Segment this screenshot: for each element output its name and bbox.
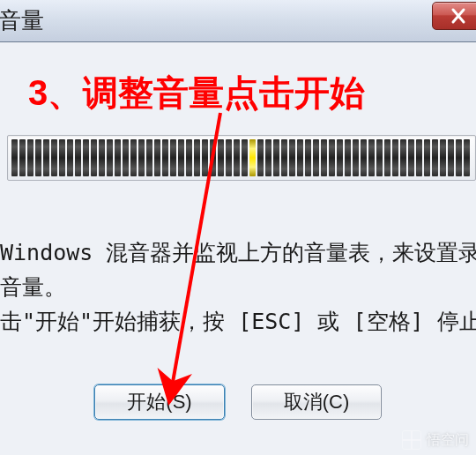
- meter-tick: [384, 139, 390, 176]
- instruction-text: Windows 混音器并监视上方的音量表，来设置录 音量。 击"开始"开始捕获，…: [0, 236, 476, 339]
- meter-tick: [11, 139, 18, 176]
- meter-tick: [242, 139, 248, 176]
- meter-tick: [35, 139, 41, 176]
- meter-tick: [123, 139, 129, 176]
- meter-tick: [234, 139, 240, 176]
- meter-tick: [202, 139, 208, 176]
- meter-tick: [257, 139, 264, 176]
- meter-tick: [281, 139, 287, 176]
- meter-tick: [51, 139, 57, 176]
- dialog-content: 3、调整音量点击开始 Windows 混音器并监视上方的音量表，来设置录 音量。…: [0, 42, 476, 455]
- watermark: 悟空问: [402, 430, 469, 450]
- meter-tick: [249, 139, 256, 176]
- meter-tick: [321, 139, 327, 176]
- meter-tick: [59, 139, 65, 176]
- close-icon: [450, 6, 474, 26]
- meter-tick: [154, 139, 160, 176]
- meter-tick: [400, 139, 406, 176]
- meter-tick: [424, 139, 430, 176]
- start-button[interactable]: 开始(S): [94, 384, 225, 420]
- meter-tick: [456, 139, 462, 176]
- meter-tick: [337, 139, 343, 176]
- annotation-text: 3、调整音量点击开始: [28, 69, 365, 117]
- watermark-logo-icon: [402, 430, 421, 450]
- meter-tick: [115, 139, 121, 176]
- meter-tick: [265, 139, 271, 176]
- meter-tick: [273, 139, 279, 176]
- close-button[interactable]: [432, 2, 476, 30]
- meter-tick: [146, 139, 152, 176]
- meter-tick: [345, 139, 351, 176]
- meter-tick: [226, 139, 232, 176]
- meter-tick: [178, 139, 184, 176]
- button-row: 开始(S) 取消(C): [0, 384, 476, 420]
- meter-tick: [432, 139, 438, 176]
- meter-tick: [313, 139, 319, 176]
- meter-tick: [91, 139, 97, 176]
- meter-tick: [353, 139, 359, 176]
- volume-meter-container: [7, 135, 476, 181]
- meter-tick: [368, 139, 375, 176]
- meter-tick: [107, 139, 113, 176]
- meter-tick: [67, 139, 73, 176]
- meter-tick: [297, 139, 303, 176]
- meter-tick: [289, 139, 295, 176]
- meter-tick: [464, 139, 470, 176]
- meter-tick: [392, 139, 398, 176]
- window-title: 音量: [0, 5, 44, 36]
- titlebar: 音量: [0, 0, 476, 42]
- meter-tick: [75, 139, 81, 176]
- meter-tick: [440, 139, 446, 176]
- meter-tick: [130, 139, 137, 176]
- meter-tick: [305, 139, 311, 176]
- meter-tick: [170, 139, 176, 176]
- meter-tick: [27, 139, 33, 176]
- watermark-text: 悟空问: [427, 431, 469, 450]
- meter-tick: [210, 139, 216, 176]
- meter-tick: [194, 139, 200, 176]
- meter-tick: [186, 139, 192, 176]
- meter-tick: [361, 139, 367, 176]
- meter-tick: [408, 139, 414, 176]
- meter-tick: [19, 139, 26, 176]
- cancel-button[interactable]: 取消(C): [251, 384, 382, 420]
- meter-tick: [416, 139, 422, 176]
- meter-tick: [329, 139, 335, 176]
- meter-tick: [162, 139, 168, 176]
- meter-tick: [99, 139, 105, 176]
- meter-tick: [83, 139, 89, 176]
- meter-tick: [448, 139, 454, 176]
- meter-tick: [43, 139, 49, 176]
- meter-tick: [218, 139, 224, 176]
- meter-tick: [138, 139, 145, 176]
- meter-tick: [376, 139, 383, 176]
- volume-meter: [11, 139, 472, 176]
